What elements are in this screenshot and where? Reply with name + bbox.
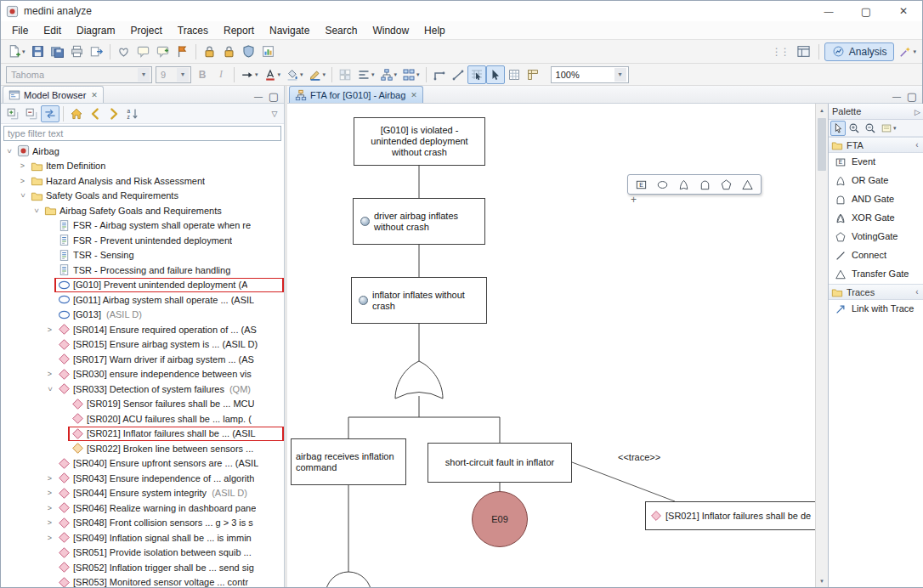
tab-model-browser[interactable]: Model Browser xyxy=(3,86,104,103)
fta-node-intermediate-2[interactable]: inflator inflates without crash xyxy=(351,277,487,324)
palette-cursor-button[interactable] xyxy=(830,121,846,136)
tree-item-hazard-analysis-and-risk-ass[interactable]: Hazard Analysis and Risk Assessment xyxy=(1,173,284,189)
route-oblique-button[interactable] xyxy=(449,65,467,84)
tree-item-sr019-sensor-failures-shall-[interactable]: [SR019] Sensor failures shall be ... MCU xyxy=(1,397,284,412)
close-icon[interactable] xyxy=(411,91,417,99)
tab-fta-editor[interactable]: FTA for [G010] - Airbag xyxy=(289,86,423,103)
menu-traces[interactable]: Traces xyxy=(170,21,216,39)
tree-item-sr048-front-collision-sensor[interactable]: [SR048] Front collision sensors ... g > … xyxy=(1,516,284,531)
expander-closed-icon[interactable] xyxy=(45,474,54,483)
tree-item-sr015-ensure-airbag-system-i[interactable]: [SR015] Ensure airbag system is ... (ASI… xyxy=(1,337,284,353)
tree-item-g013[interactable]: [G013](ASIL D) xyxy=(1,308,284,323)
tree-item-sr052-inflation-trigger-shal[interactable]: [SR052] Inflation trigger shall be ... s… xyxy=(1,560,284,575)
maximize-editor-button[interactable] xyxy=(905,89,919,103)
font-family-select[interactable]: Tahoma xyxy=(6,66,152,83)
fta-node-top-event[interactable]: [G010] is violated - unintended deployme… xyxy=(354,117,485,166)
tree-item-tsr-sensing[interactable]: TSR - Sensing xyxy=(1,248,284,263)
palette-zoom-out-button[interactable] xyxy=(863,121,878,136)
palette-section-traces[interactable]: Traces xyxy=(829,284,923,300)
font-size-select[interactable]: 9 xyxy=(156,66,191,83)
scroll-up-button[interactable] xyxy=(816,104,828,116)
vertical-scrollbar[interactable] xyxy=(815,104,828,587)
tree-item-sr053-monitored-sensor-volta[interactable]: [SR053] Monitored sensor voltage ... con… xyxy=(1,575,284,588)
menu-help[interactable]: Help xyxy=(416,21,453,39)
popup-basic-event-button[interactable] xyxy=(654,177,671,192)
layout-grid-button[interactable] xyxy=(399,65,422,84)
expander-closed-icon[interactable] xyxy=(18,177,27,185)
tree-item-g010-prevent-unintended-depl[interactable]: [G010] Prevent unintended deployment (A xyxy=(1,278,284,293)
tree-item-sr014-ensure-required-operat[interactable]: [SR014] Ensure required operation of ...… xyxy=(1,322,284,337)
tree-item-sr049-inflation-signal-shall[interactable]: [SR049] Inflation signal shall be ... is… xyxy=(1,530,284,546)
scroll-down-button[interactable] xyxy=(816,574,828,587)
popup-transfer-gate-button[interactable] xyxy=(739,177,756,192)
align-button[interactable] xyxy=(354,65,377,84)
fta-node-intermediate-1[interactable]: driver airbag inflates without crash xyxy=(353,198,485,245)
menu-search[interactable]: Search xyxy=(317,21,365,39)
palette-item-xor-gate[interactable]: XOR Gate xyxy=(829,209,923,228)
close-icon[interactable] xyxy=(91,91,98,99)
route-rectilinear-button[interactable] xyxy=(430,65,449,84)
customize-button[interactable] xyxy=(896,42,919,61)
tree-item-tsr-processing-and-failure-h[interactable]: TSR - Processing and failure handling xyxy=(1,263,284,278)
snap-to-grid-button[interactable] xyxy=(467,65,486,84)
new-file-button[interactable] xyxy=(4,42,28,61)
print-button[interactable] xyxy=(67,42,87,61)
expander-closed-icon[interactable] xyxy=(45,504,54,512)
maximize-view-button[interactable] xyxy=(267,89,280,103)
palette-section-fta[interactable]: FTA xyxy=(829,137,923,153)
popup-event-button[interactable]: E xyxy=(632,177,650,192)
lock-button[interactable] xyxy=(200,42,219,61)
popup-or-gate-button[interactable] xyxy=(675,177,693,192)
menu-window[interactable]: Window xyxy=(365,21,416,39)
italic-button[interactable]: I xyxy=(212,65,230,84)
maximize-button[interactable] xyxy=(847,1,885,21)
home-button[interactable] xyxy=(67,105,86,122)
tree-item-sr030-ensure-independence-be[interactable]: [SR030] ensure independence between vis xyxy=(1,367,284,382)
expander-closed-icon[interactable] xyxy=(45,534,54,542)
palette-zoom-in-button[interactable] xyxy=(847,121,862,136)
bold-button[interactable]: B xyxy=(193,65,212,84)
palette-item-connect[interactable]: Connect xyxy=(829,246,923,265)
menu-report[interactable]: Report xyxy=(216,21,262,39)
scrollbar-thumb[interactable] xyxy=(818,118,826,171)
palette-pin-icon[interactable] xyxy=(915,106,920,116)
tree-item-safety-goals-and-requirement[interactable]: Safety Goals and Requirements xyxy=(1,189,284,204)
fta-basic-event-circle[interactable]: E09 xyxy=(472,491,528,547)
tree-item-sr033-detection-of-system-fa[interactable]: [SR033] Detection of system failures(QM) xyxy=(1,382,284,397)
show-grid-button[interactable] xyxy=(505,65,524,84)
tree-item-sr046-realize-warning-in-das[interactable]: [SR046] Realize warning in dashboard pan… xyxy=(1,500,284,516)
sort-az-button[interactable]: az xyxy=(123,105,142,122)
menu-file[interactable]: File xyxy=(4,21,36,39)
expander-closed-icon[interactable] xyxy=(45,325,54,334)
menu-navigate[interactable]: Navigate xyxy=(262,21,317,39)
report-button[interactable] xyxy=(258,42,278,61)
tree-item-sr022-broken-line-between-se[interactable]: [SR022] Broken line between sensors ... xyxy=(1,441,284,456)
fill-color-button[interactable] xyxy=(283,65,306,84)
expand-all-button[interactable] xyxy=(3,105,22,122)
tree-item-fsr-airbag-system-shall-oper[interactable]: FSR - Airbag system shall operate when r… xyxy=(1,218,284,234)
fta-canvas[interactable]: [G010] is violated - unintended deployme… xyxy=(287,104,815,587)
save-all-button[interactable] xyxy=(48,42,67,61)
minimize-view-button[interactable] xyxy=(252,89,265,103)
palette-item-votinggate[interactable]: VotingGate xyxy=(829,228,923,246)
tree-item-sr017-warn-driver-if-airbag-[interactable]: [SR017] Warn driver if airbag system ...… xyxy=(1,352,284,367)
tree-item-sr044-ensure-system-integrit[interactable]: [SR044] Ensure system integrity(ASIL D) xyxy=(1,486,284,501)
tree-item-fsr-prevent-unintended-deplo[interactable]: FSR - Prevent unintended deployment xyxy=(1,233,284,248)
select-filter-button[interactable] xyxy=(336,65,354,84)
tree-item-sr021-inflator-failures-shal[interactable]: [SR021] Inflator failures shall be ... (… xyxy=(1,427,284,442)
tree-item-sr051-provide-isolation-betw[interactable]: [SR051] Provide isolation between squib … xyxy=(1,546,284,561)
expander-open-icon[interactable] xyxy=(46,384,54,393)
expander-closed-icon[interactable] xyxy=(45,370,54,378)
expander-open-icon[interactable] xyxy=(19,191,27,201)
menu-edit[interactable]: Edit xyxy=(36,21,69,39)
zoom-select[interactable]: 100% xyxy=(551,66,629,83)
save-button[interactable] xyxy=(28,42,48,61)
close-button[interactable] xyxy=(885,1,922,21)
font-color-button[interactable] xyxy=(261,65,284,84)
line-color-button[interactable] xyxy=(306,65,329,84)
lock-2-button[interactable] xyxy=(219,42,239,61)
expander-open-icon[interactable] xyxy=(32,206,41,215)
nav-forward-button[interactable] xyxy=(105,105,123,122)
fta-node-basic-right[interactable]: short-circuit fault in inflator xyxy=(428,443,572,483)
expander-open-icon[interactable] xyxy=(5,146,14,155)
